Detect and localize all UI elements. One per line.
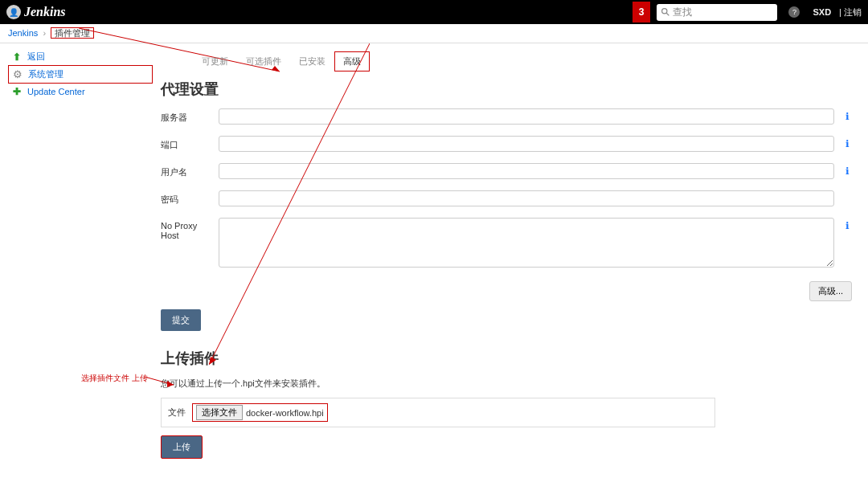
breadcrumb-current: 插件管理 — [51, 27, 94, 39]
tab-updates[interactable]: 可更新 — [193, 51, 237, 71]
port-label: 端口 — [161, 136, 211, 151]
noproxy-textarea[interactable] — [219, 218, 834, 268]
sidebar-back[interactable]: ⬆ 返回 — [8, 48, 153, 65]
user-help-icon[interactable]: ℹ — [842, 163, 852, 177]
tab-bar: 可更新 可选插件 已安装 高级 — [193, 51, 852, 71]
chosen-filename: docker-workflow.hpi — [246, 408, 324, 418]
sidebar-update-label: Update Center — [27, 87, 85, 96]
server-label: 服务器 — [161, 108, 211, 124]
tab-installed[interactable]: 已安装 — [290, 51, 334, 71]
tab-advanced[interactable]: 高级 — [334, 51, 370, 71]
help-icon[interactable]: ? — [788, 6, 800, 18]
proxy-submit-button[interactable]: 提交 — [161, 309, 201, 331]
server-help-icon[interactable]: ℹ — [842, 108, 852, 122]
breadcrumb: Jenkins › 插件管理 — [0, 24, 868, 43]
upload-hint: 您可以通过上传一个.hpi文件来安装插件。 — [161, 378, 852, 390]
search-input[interactable]: 查找 — [657, 4, 777, 21]
port-help-icon[interactable]: ℹ — [842, 136, 852, 149]
password-input[interactable] — [219, 190, 834, 206]
proxy-heading: 代理设置 — [161, 80, 852, 99]
back-arrow-icon: ⬆ — [11, 51, 23, 63]
sidebar-back-label: 返回 — [27, 51, 45, 63]
upload-heading: 上传插件 — [161, 349, 852, 368]
search-icon — [661, 8, 669, 16]
choose-file-button[interactable]: 选择文件 — [196, 405, 243, 420]
search-placeholder: 查找 — [673, 6, 692, 19]
svg-point-0 — [662, 9, 667, 14]
annotation-select-upload: 选择插件文件 上传 — [8, 373, 153, 384]
plus-icon: ✚ — [11, 86, 23, 97]
product-name: Jenkins — [24, 5, 66, 19]
file-label: 文件 — [168, 407, 186, 419]
jenkins-head-icon: 👤 — [6, 5, 21, 19]
tab-available[interactable]: 可选插件 — [237, 51, 290, 71]
svg-line-1 — [667, 13, 669, 15]
port-input[interactable] — [219, 136, 834, 152]
username-link[interactable]: SXD — [813, 7, 831, 17]
server-input[interactable] — [219, 108, 834, 125]
advanced-button[interactable]: 高级... — [809, 281, 852, 301]
upload-button[interactable]: 上传 — [161, 435, 203, 459]
gear-icon: ⚙ — [12, 69, 23, 80]
notification-badge[interactable]: 3 — [633, 2, 651, 22]
sidebar-manage[interactable]: ⚙ 系统管理 — [8, 65, 153, 84]
sidebar-update-center[interactable]: ✚ Update Center — [8, 84, 153, 100]
noproxy-label: No Proxy Host — [161, 218, 211, 240]
jenkins-logo[interactable]: 👤 Jenkins — [6, 5, 66, 19]
sidebar-manage-label: 系统管理 — [28, 68, 63, 80]
noproxy-help-icon[interactable]: ℹ — [842, 218, 852, 231]
user-label: 用户名 — [161, 163, 211, 178]
password-label: 密码 — [161, 190, 211, 206]
breadcrumb-root[interactable]: Jenkins — [8, 28, 38, 38]
logout-link[interactable]: | 注销 — [839, 6, 862, 18]
user-input[interactable] — [219, 163, 834, 179]
